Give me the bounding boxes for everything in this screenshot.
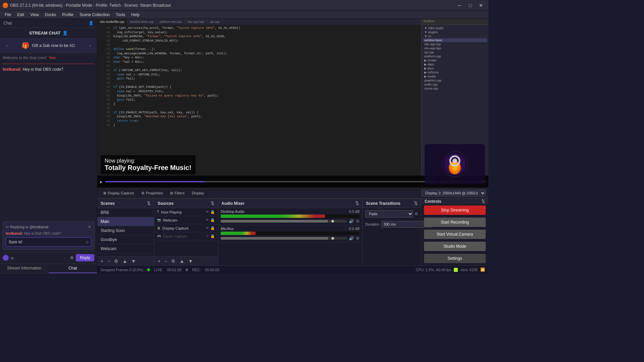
menu-docks[interactable]: Docks (42, 12, 59, 18)
controls-menu-icon[interactable]: ⇅ (481, 199, 485, 204)
banner-prev-arrow[interactable]: ‹ (4, 42, 10, 49)
display-button[interactable]: Display (189, 190, 207, 196)
file-item[interactable]: graphics.cpp (423, 78, 487, 82)
reply-button[interactable]: Reply (76, 254, 94, 261)
source-add-button[interactable]: + (156, 258, 162, 264)
editor-tab-1[interactable]: obs-studio/file.cpp (97, 19, 127, 25)
start-virtual-camera-button[interactable]: Start Virtual Camera (424, 230, 486, 239)
menu-file[interactable]: File (2, 12, 14, 18)
transitions-menu-icon[interactable]: ⇅ (414, 201, 418, 206)
menu-profile[interactable]: Profile (59, 12, 76, 18)
editor-tab-2[interactable]: window-basic.cpp (127, 19, 157, 25)
source-item-display-capture[interactable]: 🖥 Display Capture 👁 🔒 (154, 224, 218, 232)
audio-mixer-menu-icon[interactable]: ⇅ (355, 201, 359, 206)
desktop-audio-settings-button[interactable]: ⚙ (356, 219, 360, 224)
file-item[interactable]: obs-app.hpp (423, 46, 487, 50)
transition-gear-icon[interactable]: ⚙ (415, 212, 418, 216)
source-move-up-button[interactable]: ▲ (178, 258, 185, 264)
properties-button[interactable]: ⚙ Properties (139, 190, 165, 196)
progress-bar-track[interactable] (105, 181, 436, 182)
rec-label: REC: (192, 268, 201, 272)
scene-item-webcam-full[interactable]: Webcam Full (97, 253, 154, 256)
studio-mode-button[interactable]: Studio Mode (424, 242, 486, 251)
menu-edit[interactable]: Edit (14, 12, 27, 18)
scene-item-goodbye[interactable]: Goodbye (97, 235, 154, 244)
obs-logo-icon (441, 151, 468, 178)
editor-tab-3[interactable]: platform-win.cpp (157, 19, 185, 25)
mic-mute-button[interactable]: 🔊 (349, 236, 354, 241)
source-move-down-button[interactable]: ▼ (187, 258, 194, 264)
source-lock-icon-3[interactable]: 🔒 (210, 226, 215, 230)
scene-move-up-button[interactable]: ▲ (121, 258, 128, 264)
file-item[interactable]: ▶ media (423, 74, 487, 78)
display-select[interactable]: Display 2: 2560x1440 @ 2560,0 (422, 190, 486, 196)
source-hidden-icon[interactable]: 👁 (206, 234, 209, 238)
chat-settings-icon[interactable]: ⚙ (70, 255, 74, 260)
maximize-button[interactable]: □ (466, 2, 475, 9)
menu-scene-collection[interactable]: Scene Collection (77, 12, 112, 18)
chat-user-info: ∞ (3, 255, 14, 261)
file-item[interactable]: ▶ UI/forms (423, 70, 487, 74)
close-button[interactable]: ✕ (476, 2, 486, 9)
source-item-game-capture[interactable]: 🎮 Game Capture 👁 🔒 (154, 232, 218, 240)
mic-settings-button[interactable]: ⚙ (356, 236, 360, 241)
gift-icon: 🎁 (22, 42, 29, 49)
source-lock-icon-2[interactable]: 🔒 (210, 218, 215, 222)
scene-remove-button[interactable]: − (106, 258, 111, 264)
transition-type-select[interactable]: Fade Cut Swipe (365, 210, 413, 218)
menu-view[interactable]: View (28, 12, 42, 18)
chat-input[interactable] (6, 237, 91, 247)
editor-tab-4[interactable]: obs-app.hpp (185, 19, 207, 25)
file-item[interactable]: platform.cpp (423, 54, 487, 58)
file-item[interactable]: api.cpp (423, 50, 487, 54)
file-item[interactable]: ▶ docs (423, 66, 487, 70)
scenes-panel-menu-icon[interactable]: ⇅ (147, 201, 151, 206)
source-remove-button[interactable]: − (163, 258, 168, 264)
desktop-volume-slider[interactable] (221, 220, 347, 223)
start-recording-button[interactable]: Start Recording (424, 218, 486, 227)
file-item[interactable]: obs-app.cpp (423, 42, 487, 46)
sources-panel-menu-icon[interactable]: ⇅ (211, 201, 214, 206)
settings-button[interactable]: Settings (424, 254, 486, 263)
scene-add-button[interactable]: + (99, 258, 105, 264)
minimize-button[interactable]: ─ (455, 2, 464, 9)
scene-item-starting-soon[interactable]: Starting Soon (97, 226, 154, 235)
stop-streaming-button[interactable]: Stop Streaming (424, 205, 486, 215)
file-item[interactable]: audio.cpp (423, 82, 487, 86)
file-item[interactable]: scene.cpp (423, 86, 487, 90)
banner-next-arrow[interactable]: › (87, 42, 93, 49)
file-item[interactable]: window-basic (423, 38, 487, 42)
editor-tab-5[interactable]: api.cpp (207, 19, 223, 25)
mic-volume-slider[interactable] (221, 237, 347, 240)
source-item-now-playing[interactable]: T Now Playing 👁 🔒 (154, 208, 218, 216)
source-visible-icon[interactable]: 👁 (206, 210, 209, 214)
filters-button[interactable]: ⊞ Filters (167, 190, 187, 196)
scene-settings-button[interactable]: ⚙ (113, 258, 120, 264)
file-item[interactable]: ▼ OBS-studio (423, 26, 487, 30)
source-visible-icon-2[interactable]: 👁 (206, 218, 209, 222)
reply-arrow-icon: ↩ (6, 225, 9, 229)
manage-chat-icon[interactable]: 👤 (62, 31, 68, 36)
scene-item-main[interactable]: Main (97, 217, 154, 226)
tab-chat[interactable]: Chat (49, 264, 97, 273)
file-item[interactable]: ▼ plugins (423, 30, 487, 34)
source-lock-icon[interactable]: 🔒 (210, 210, 215, 214)
emoji-button[interactable]: ☺ (85, 240, 89, 244)
scene-item-brb[interactable]: BRB (97, 208, 154, 217)
source-item-webcam[interactable]: 📷 Webcam 👁 🔒 (154, 216, 218, 224)
source-visible-icon-3[interactable]: 👁 (206, 226, 209, 230)
file-item[interactable]: ▶ cmake (423, 58, 487, 62)
scene-move-down-button[interactable]: ▼ (130, 258, 137, 264)
scene-item-webcam[interactable]: Webcam (97, 244, 154, 253)
source-settings-button[interactable]: ⚙ (170, 258, 177, 264)
file-item[interactable]: ▼ UI (423, 34, 487, 38)
tab-stream-information[interactable]: Stream Information (0, 264, 49, 273)
menu-tools[interactable]: Tools (113, 12, 128, 18)
file-item[interactable]: ▶ deps (423, 62, 487, 66)
source-lock-icon-4[interactable]: 🔒 (210, 234, 215, 238)
menu-help[interactable]: Help (128, 12, 142, 18)
display-capture-button[interactable]: 🖥 Display Capture (100, 190, 137, 196)
close-reply-icon[interactable]: ✕ (88, 225, 91, 229)
desktop-audio-mute-button[interactable]: 🔊 (349, 219, 354, 224)
gift-sub-text[interactable]: Gift a Sub now to be #1! (32, 43, 75, 48)
